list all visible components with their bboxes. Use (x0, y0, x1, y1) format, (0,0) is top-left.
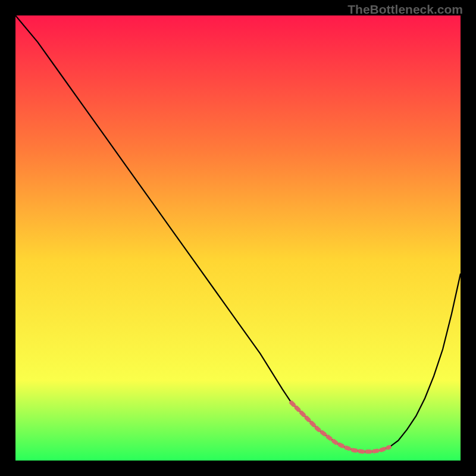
chart-svg (15, 15, 461, 461)
chart-plot-area (15, 15, 461, 461)
watermark-text: TheBottleneck.com (347, 2, 463, 17)
gradient-background (15, 15, 461, 461)
